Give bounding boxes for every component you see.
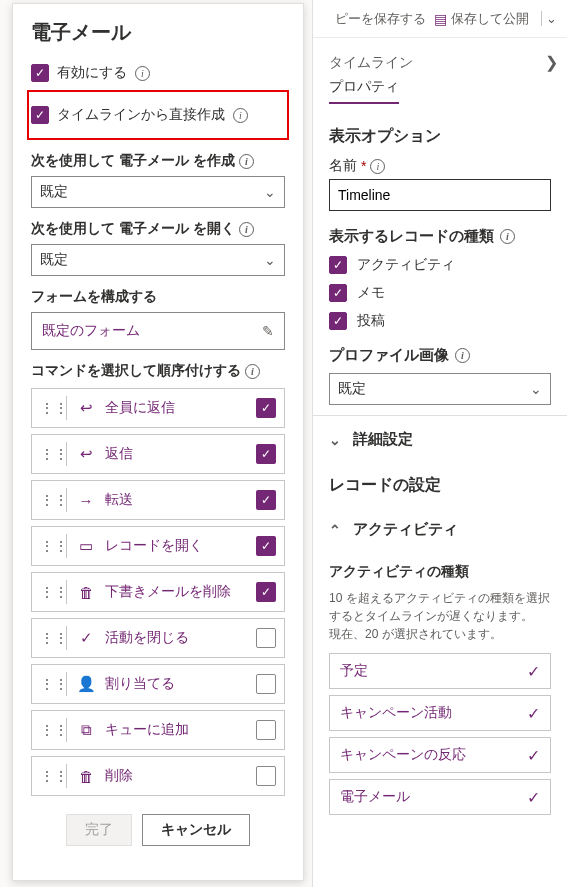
command-label: 返信 [105, 445, 246, 463]
activity-type-item[interactable]: 電子メール✓ [329, 779, 551, 815]
command-checkbox[interactable] [256, 720, 276, 740]
record-type-row[interactable]: メモ [329, 284, 551, 302]
command-checkbox[interactable] [256, 536, 276, 556]
advanced-settings-toggle[interactable]: ⌄ 詳細設定 [313, 415, 567, 463]
create-using-select[interactable]: 既定 ⌄ [31, 176, 285, 208]
create-from-timeline-row[interactable]: タイムラインから直接作成 i [31, 106, 281, 124]
open-using-value: 既定 [40, 251, 68, 269]
cancel-button[interactable]: キャンセル [142, 814, 250, 846]
display-options-heading: 表示オプション [329, 126, 551, 147]
drag-handle-icon[interactable]: ⋮⋮ [40, 446, 56, 462]
info-icon[interactable]: i [455, 348, 470, 363]
command-checkbox[interactable] [256, 398, 276, 418]
name-input[interactable] [329, 179, 551, 211]
drag-handle-icon[interactable]: ⋮⋮ [40, 492, 56, 508]
configure-form-row[interactable]: 既定のフォーム ✎ [31, 312, 285, 350]
divider [66, 534, 67, 558]
command-label: 全員に返信 [105, 399, 246, 417]
profile-image-select[interactable]: 既定 ⌄ [329, 373, 551, 405]
activity-type-item[interactable]: キャンペーンの反応✓ [329, 737, 551, 773]
activity-section-label: アクティビティ [353, 520, 458, 539]
drag-handle-icon[interactable]: ⋮⋮ [40, 630, 56, 646]
record-type-checkbox[interactable] [329, 284, 347, 302]
configure-form-value: 既定のフォーム [42, 322, 140, 340]
drag-handle-icon[interactable]: ⋮⋮ [40, 722, 56, 738]
tab-timeline[interactable]: タイムライン [313, 38, 567, 78]
activity-type-item[interactable]: 予定✓ [329, 653, 551, 689]
record-type-row[interactable]: アクティビティ [329, 256, 551, 274]
command-item[interactable]: ⋮⋮🗑削除 [31, 756, 285, 796]
record-type-row[interactable]: 投稿 [329, 312, 551, 330]
command-label: レコードを開く [105, 537, 246, 555]
commands-label: コマンドを選択して順序付けするi [31, 362, 285, 380]
drag-handle-icon[interactable]: ⋮⋮ [40, 538, 56, 554]
info-icon[interactable]: i [500, 229, 515, 244]
drag-handle-icon[interactable]: ⋮⋮ [40, 676, 56, 692]
enable-checkbox-row[interactable]: 有効にする i [31, 64, 285, 82]
command-label: 転送 [105, 491, 246, 509]
command-icon: 🗑 [77, 584, 95, 601]
command-item[interactable]: ⋮⋮↩全員に返信 [31, 388, 285, 428]
divider [66, 580, 67, 604]
open-using-label: 次を使用して 電子メール を開くi [31, 220, 285, 238]
tab-properties[interactable]: プロパティ [329, 78, 399, 104]
edit-icon[interactable]: ✎ [262, 323, 274, 339]
expand-panel-icon[interactable]: ❯ [539, 50, 563, 74]
record-type-label: アクティビティ [357, 256, 455, 274]
activity-type-item[interactable]: キャンペーン活動✓ [329, 695, 551, 731]
command-checkbox[interactable] [256, 674, 276, 694]
command-checkbox[interactable] [256, 490, 276, 510]
command-item[interactable]: ⋮⋮→転送 [31, 480, 285, 520]
divider [66, 442, 67, 466]
command-checkbox[interactable] [256, 444, 276, 464]
command-icon: 🗑 [77, 768, 95, 785]
command-label: 割り当てる [105, 675, 246, 693]
create-from-timeline-checkbox[interactable] [31, 106, 49, 124]
info-icon[interactable]: i [245, 364, 260, 379]
activity-types-heading: アクティビティの種類 [313, 553, 567, 585]
record-type-label: メモ [357, 284, 385, 302]
more-actions-chevron[interactable]: ⌄ [541, 11, 561, 26]
command-item[interactable]: ⋮⋮▭レコードを開く [31, 526, 285, 566]
activity-section-toggle[interactable]: ⌃ アクティビティ [313, 506, 567, 553]
activity-type-label: 電子メール [340, 788, 410, 806]
info-icon[interactable]: i [239, 222, 254, 237]
advanced-label: 詳細設定 [353, 430, 413, 449]
record-type-checkbox[interactable] [329, 256, 347, 274]
enable-checkbox[interactable] [31, 64, 49, 82]
open-using-select[interactable]: 既定 ⌄ [31, 244, 285, 276]
divider [66, 488, 67, 512]
save-copy-label: ピーを保存する [335, 10, 426, 28]
info-icon[interactable]: i [135, 66, 150, 81]
command-item[interactable]: ⋮⋮✓活動を閉じる [31, 618, 285, 658]
email-settings-panel: 電子メール 有効にする i タイムラインから直接作成 i 次を使用して 電子メー… [12, 3, 304, 881]
record-type-checkbox[interactable] [329, 312, 347, 330]
command-checkbox[interactable] [256, 582, 276, 602]
divider [66, 764, 67, 788]
command-item[interactable]: ⋮⋮🗑下書きメールを削除 [31, 572, 285, 612]
info-icon[interactable]: i [233, 108, 248, 123]
command-icon: ⧉ [77, 721, 95, 739]
check-icon: ✓ [527, 662, 540, 681]
command-checkbox[interactable] [256, 766, 276, 786]
info-icon[interactable]: i [239, 154, 254, 169]
command-label: 下書きメールを削除 [105, 583, 246, 601]
record-types-heading: 表示するレコードの種類i [329, 227, 551, 246]
divider [66, 626, 67, 650]
command-icon: 👤 [77, 675, 95, 693]
drag-handle-icon[interactable]: ⋮⋮ [40, 768, 56, 784]
drag-handle-icon[interactable]: ⋮⋮ [40, 400, 56, 416]
info-icon[interactable]: i [370, 159, 385, 174]
command-icon: ✓ [77, 629, 95, 647]
save-copy-action[interactable]: ピーを保存する [335, 10, 426, 28]
drag-handle-icon[interactable]: ⋮⋮ [40, 584, 56, 600]
save-publish-action[interactable]: ▤ 保存して公開 [434, 10, 529, 28]
check-icon: ✓ [527, 746, 540, 765]
command-item[interactable]: ⋮⋮↩返信 [31, 434, 285, 474]
command-item[interactable]: ⋮⋮👤割り当てる [31, 664, 285, 704]
command-label: 削除 [105, 767, 246, 785]
command-item[interactable]: ⋮⋮⧉キューに追加 [31, 710, 285, 750]
configure-form-label: フォームを構成する [31, 288, 285, 306]
command-checkbox[interactable] [256, 628, 276, 648]
record-settings-heading: レコードの設定 [313, 475, 567, 496]
